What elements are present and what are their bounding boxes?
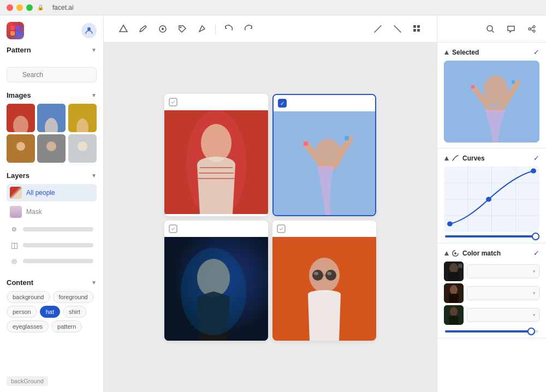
svg-point-16 xyxy=(78,141,87,151)
avatar-button[interactable] xyxy=(81,23,97,38)
tag-hat[interactable]: hat xyxy=(40,306,60,318)
toolbar xyxy=(104,15,437,43)
image-card-1[interactable] xyxy=(164,94,268,216)
tag-shirt[interactable]: shirt xyxy=(63,306,86,318)
content-section-title[interactable]: Content ▼ xyxy=(7,278,97,287)
images-section: Images ▼ xyxy=(7,91,97,163)
image-3-content xyxy=(164,237,268,341)
drop-icon: ◎ xyxy=(10,257,19,265)
pencil-tool[interactable] xyxy=(134,20,152,38)
image-card-1-checkbox[interactable] xyxy=(169,98,177,106)
tag-eyeglasses[interactable]: eyeglasses xyxy=(7,320,49,332)
image-thumb-3[interactable] xyxy=(68,104,97,132)
svg-point-53 xyxy=(533,30,535,32)
search-input[interactable] xyxy=(7,67,97,82)
content-chevron: ▼ xyxy=(91,280,97,286)
content-section: Content ▼ background foreground person h… xyxy=(7,278,97,332)
cm-dropdown-3[interactable]: ▾ xyxy=(467,308,539,322)
circle-tool[interactable] xyxy=(154,20,171,38)
image-thumb-2[interactable] xyxy=(37,104,66,132)
layer-item-3[interactable]: ⚙ xyxy=(7,222,97,236)
layer-placeholder-3 xyxy=(23,227,93,231)
svg-point-71 xyxy=(447,222,453,227)
layer-label-mask: Mask xyxy=(26,208,42,216)
svg-rect-37 xyxy=(345,136,349,140)
svg-line-54 xyxy=(531,27,533,28)
layer-item-all-people[interactable]: All people xyxy=(7,184,97,201)
color-match-slider[interactable] xyxy=(444,330,539,332)
share-button[interactable] xyxy=(524,21,539,37)
svg-rect-24 xyxy=(417,25,420,28)
layers-section-title[interactable]: Layers ▼ xyxy=(7,171,97,180)
svg-point-70 xyxy=(531,169,536,174)
search-wrap: 🔍 xyxy=(7,67,97,82)
color-match-slider-thumb[interactable] xyxy=(527,328,535,335)
tag-background[interactable]: background xyxy=(7,291,50,303)
svg-marker-62 xyxy=(444,156,449,161)
search-right-button[interactable] xyxy=(483,21,498,37)
curves-slider[interactable] xyxy=(444,235,539,237)
image-thumb-4[interactable] xyxy=(7,134,35,163)
curves-slider-thumb[interactable] xyxy=(532,233,539,240)
color-match-section-header: Color match ✓ xyxy=(444,249,539,257)
selected-section: Selected ✓ xyxy=(437,43,546,149)
image-card-3-checkbox[interactable] xyxy=(169,224,177,233)
image-card-3[interactable] xyxy=(164,221,268,341)
images-section-title[interactable]: Images ▼ xyxy=(7,91,97,99)
svg-rect-61 xyxy=(512,80,515,84)
toolbar-divider-1 xyxy=(215,23,216,34)
image-thumb-6[interactable] xyxy=(68,134,97,163)
image-card-2[interactable]: ✓ xyxy=(272,94,376,216)
grid-view-button[interactable] xyxy=(408,20,426,38)
image-card-4-checkbox[interactable] xyxy=(277,224,286,233)
svg-point-41 xyxy=(181,248,246,335)
image-thumb-5[interactable] xyxy=(37,134,66,163)
angle-tool[interactable] xyxy=(389,20,406,38)
cm-preview-3 xyxy=(444,305,464,325)
curves-section-title: Curves xyxy=(444,155,485,162)
close-button[interactable] xyxy=(7,4,13,11)
color-match-section: Color match ✓ xyxy=(437,243,546,338)
window-title: facet.ai xyxy=(52,4,74,11)
image-card-2-checkbox[interactable]: ✓ xyxy=(278,99,287,108)
curves-slider-track xyxy=(445,235,538,237)
lock-icon: 🔒 xyxy=(37,4,44,10)
pattern-chevron: ▼ xyxy=(91,47,97,53)
app-container: Pattern ▼ 🔍 Images ▼ xyxy=(0,15,546,392)
line-tool[interactable] xyxy=(369,20,387,38)
cm-preview-1 xyxy=(444,262,464,281)
comment-button[interactable] xyxy=(503,21,519,37)
traffic-lights xyxy=(7,4,33,11)
center-area: ✓ xyxy=(104,15,437,392)
tag-pattern[interactable]: pattern xyxy=(51,320,82,332)
tag-person[interactable]: person xyxy=(7,306,37,318)
svg-point-4 xyxy=(87,27,91,31)
svg-rect-26 xyxy=(417,29,420,32)
tag-foreground[interactable]: foreground xyxy=(53,291,94,303)
svg-rect-36 xyxy=(304,141,308,146)
image-thumb-1[interactable] xyxy=(7,104,35,132)
svg-point-78 xyxy=(450,285,458,295)
redo-button[interactable] xyxy=(240,20,257,38)
svg-rect-1 xyxy=(16,26,20,30)
pen-tool[interactable] xyxy=(193,20,211,38)
cm-dropdown-1[interactable]: ▾ xyxy=(467,264,539,278)
logo xyxy=(7,22,24,39)
cm-dropdown-2[interactable]: ▾ xyxy=(467,286,539,300)
image-card-4[interactable] xyxy=(272,221,376,341)
layer-item-5[interactable]: ◎ xyxy=(7,254,97,268)
layer-placeholder-4 xyxy=(23,243,93,247)
image-card-1-header xyxy=(164,94,268,110)
minimize-button[interactable] xyxy=(16,4,23,11)
right-sidebar-header xyxy=(437,15,546,43)
svg-point-48 xyxy=(327,272,331,275)
shape-tool[interactable] xyxy=(115,20,132,38)
layer-item-mask[interactable]: Mask xyxy=(7,203,97,221)
pattern-section-title[interactable]: Pattern ▼ xyxy=(7,46,97,54)
curves-chart[interactable] xyxy=(444,167,539,232)
undo-button[interactable] xyxy=(220,20,238,38)
layer-item-4[interactable]: ◫ xyxy=(7,238,97,252)
image-2-content xyxy=(274,111,376,215)
maximize-button[interactable] xyxy=(26,4,33,11)
tag-tool[interactable] xyxy=(174,20,191,38)
